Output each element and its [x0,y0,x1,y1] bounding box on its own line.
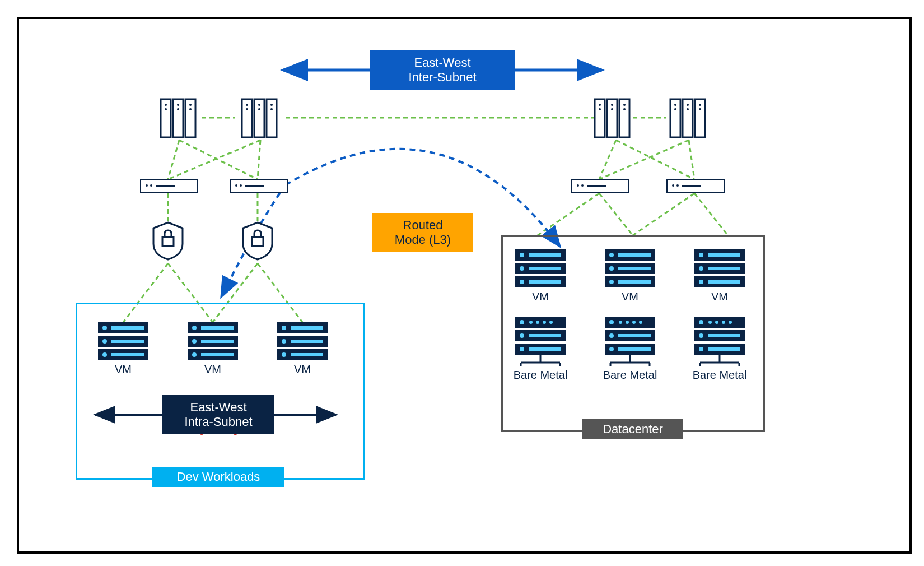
svg-rect-128 [529,334,561,337]
leaf-switch-icon [571,179,629,193]
svg-rect-71 [111,340,144,343]
svg-rect-87 [291,326,323,330]
svg-point-127 [520,333,524,338]
svg-point-139 [619,321,622,324]
vm-icon [515,249,566,289]
svg-point-49 [599,108,601,110]
svg-point-117 [699,280,703,284]
firewall-icon [151,221,185,261]
svg-point-95 [520,253,524,257]
svg-point-58 [674,108,676,110]
routed-mode-label: Routed Mode (L3) [372,213,473,252]
spine-switch-icon [160,98,199,138]
svg-point-129 [520,347,524,351]
svg-point-42 [258,108,260,110]
svg-rect-69 [111,326,144,330]
vm-label: VM [694,290,745,303]
svg-point-106 [609,266,614,271]
vm-label: VM [605,290,655,303]
dev-workloads-label: Dev Workloads [152,467,284,487]
svg-point-50 [611,104,613,106]
svg-rect-100 [529,280,561,284]
svg-rect-91 [291,353,323,356]
svg-point-86 [282,326,286,330]
svg-point-77 [192,326,197,330]
svg-point-61 [699,104,701,106]
svg-point-62 [699,108,701,110]
leaf-switch-icon [666,179,725,193]
bare-metal-label: Bare Metal [507,369,574,382]
svg-point-70 [102,339,107,344]
svg-rect-98 [529,267,561,270]
svg-point-157 [722,321,725,324]
svg-point-159 [699,333,703,338]
east-west-intra-subnet-label: East-West Intra-Subnet [162,395,274,434]
svg-point-43 [270,104,273,106]
svg-rect-96 [529,253,561,257]
svg-point-41 [258,104,260,106]
svg-point-88 [282,339,286,344]
svg-point-81 [192,352,197,357]
firewall-icon [241,221,274,261]
svg-rect-73 [111,353,144,356]
svg-point-30 [165,104,167,106]
bare-metal-icon [605,317,655,367]
svg-point-115 [699,266,703,271]
east-west-inter-subnet-label: East-West Inter-Subnet [370,50,515,90]
svg-point-39 [246,104,248,106]
svg-rect-144 [618,334,651,337]
spine-switch-icon [669,98,708,138]
vm-label: VM [277,363,328,376]
svg-point-52 [623,104,626,106]
svg-point-155 [708,321,712,324]
svg-rect-114 [708,253,740,257]
svg-point-140 [626,321,629,324]
vm-label: VM [98,363,148,376]
svg-point-108 [609,280,614,284]
svg-rect-105 [618,253,651,257]
vm-icon [605,249,655,289]
svg-point-145 [609,347,614,351]
svg-point-35 [189,108,192,110]
svg-point-40 [246,108,248,110]
svg-point-97 [520,266,524,271]
vm-label: VM [188,363,238,376]
bare-metal-icon [694,317,745,367]
leaf-switch-icon [230,179,288,193]
vm-icon [694,249,745,289]
svg-point-138 [609,320,614,324]
svg-point-44 [270,108,273,110]
svg-point-31 [165,108,167,110]
vm-icon [277,322,328,361]
svg-point-154 [699,320,703,324]
svg-point-59 [687,104,689,106]
svg-point-104 [609,253,614,257]
svg-point-90 [282,352,286,357]
datacenter-label: Datacenter [582,419,683,439]
svg-point-113 [699,253,703,257]
svg-rect-107 [618,267,651,270]
svg-point-57 [674,104,676,106]
svg-point-122 [520,320,524,324]
svg-point-143 [609,333,614,338]
svg-point-161 [699,347,703,351]
svg-rect-162 [708,347,740,351]
svg-rect-78 [201,326,234,330]
svg-rect-118 [708,280,740,284]
svg-rect-160 [708,334,740,337]
svg-point-141 [632,321,636,324]
svg-rect-130 [529,347,561,351]
svg-point-126 [549,321,553,324]
svg-point-158 [729,321,732,324]
svg-point-33 [177,108,179,110]
spine-switch-icon [241,98,280,138]
bare-metal-label: Bare Metal [596,369,664,382]
svg-point-124 [536,321,539,324]
svg-point-34 [189,104,192,106]
spine-switch-icon [594,98,633,138]
svg-rect-82 [201,353,234,356]
vm-label: VM [515,290,566,303]
svg-point-32 [177,104,179,106]
leaf-switch-icon [140,179,198,193]
svg-point-156 [715,321,718,324]
